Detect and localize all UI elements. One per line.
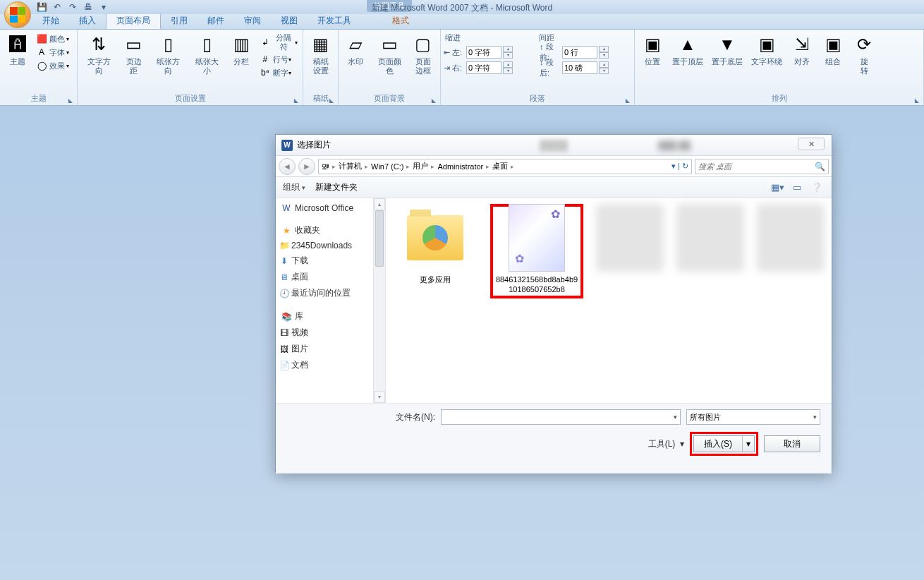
office-button[interactable] [4,1,31,28]
position[interactable]: ▣位置 [638,31,667,68]
filter-combo[interactable]: 所有图片▾ [686,409,820,425]
tab-home[interactable]: 开始 [32,13,69,29]
spinner-icon[interactable]: ▴▾ [599,46,609,59]
folder-icon [407,215,463,260]
new-folder-button[interactable]: 新建文件夹 [315,181,358,193]
preview-pane-icon[interactable]: ▭ [789,181,805,195]
space-after-input[interactable] [562,61,597,74]
tab-references[interactable]: 引用 [161,13,197,29]
orientation[interactable]: ▯纸张方向 [150,31,188,78]
group-page-setup: 页面设置 [80,92,300,105]
file-name: 88461321568bd8ab4b910186507652b8 [494,274,579,294]
send-back[interactable]: ▼置于底层 [708,31,746,68]
ribbon-tabs: 开始 插入 页面布局 引用 邮件 审阅 视图 开发工具 格式 [0,14,924,30]
tab-view[interactable]: 视图 [271,13,308,29]
view-options-icon[interactable]: ▦▾ [770,181,785,195]
crumb-desktop[interactable]: 桌面 [492,161,508,171]
sidebar-videos[interactable]: 🎞视频 [276,325,385,341]
sidebar-dl[interactable]: ⬇下载 [276,253,385,269]
redo-icon[interactable]: ↷ [66,1,79,13]
filename-combo[interactable]: ▾ [441,409,681,425]
theme-effects[interactable]: ◯效果▾ [34,59,71,72]
page-color[interactable]: ▭页面颜色 [371,31,408,78]
quick-access-toolbar: 💾 ↶ ↷ 🖶 ▾ [35,0,110,14]
tab-review[interactable]: 审阅 [234,13,271,29]
bring-front[interactable]: ▲置于顶层 [669,31,707,68]
columns[interactable]: ▥分栏 [227,31,256,68]
breaks[interactable]: ↲分隔符▾ [257,32,300,52]
sidebar-favorites[interactable]: ★收藏夹 [276,222,385,238]
page-border[interactable]: ▢页面 边框 [409,31,437,78]
spinner-icon[interactable]: ▴▾ [503,46,513,59]
help-icon[interactable]: ❔ [809,181,825,195]
tools-dropdown[interactable]: 工具(L) ▾ [648,438,684,450]
crumb-admin[interactable]: Administrator [437,162,483,171]
forward-button[interactable]: ► [298,158,315,175]
file-item-folder[interactable]: 更多应用 [393,204,478,284]
organize-dropdown[interactable]: 组织 [283,181,305,193]
group[interactable]: ▣组合 [818,31,848,68]
indent-left-input[interactable] [466,46,501,59]
insert-button[interactable]: 插入(S) ▾ [693,435,755,452]
crumb-users[interactable]: 用户 [413,161,428,171]
ribbon: 🅰主题 🟥颜色▾ A字体▾ ◯效果▾ 主题 ⇅文字方向 ▭页边距 ▯纸张方向 ▯… [0,30,924,106]
blurred-items [596,204,825,272]
save-icon[interactable]: 💾 [35,1,48,13]
hyphenation[interactable]: bᵃ断字▾ [257,66,300,79]
tab-developer[interactable]: 开发工具 [308,13,361,29]
print-preview-icon[interactable]: 🖶 [82,1,95,13]
tab-mail[interactable]: 邮件 [197,13,234,29]
blurred-text: ███ ██ [658,140,691,150]
themes-button[interactable]: 🅰主题 [3,31,32,68]
title-bar: 💾 ↶ ↷ 🖶 ▾ 绘图工具 新建 Microsoft Word 2007 文档… [0,0,924,14]
sidebar-libraries[interactable]: 📚库 [276,308,385,325]
search-box[interactable]: 🔍 [695,159,829,174]
manuscript[interactable]: ▦稿纸 设置 [306,31,335,78]
breadcrumb[interactable]: 🖳▸ 计算机▸ Win7 (C:)▸ 用户▸ Administrator▸ 桌面… [318,159,692,174]
group-paper: 稿纸 [306,92,335,105]
sidebar-downloads[interactable]: 📁2345Downloads [276,238,385,253]
sidebar-pictures[interactable]: 🖼图片 [276,341,385,357]
text-direction[interactable]: ⇅文字方向 [80,31,118,78]
sidebar-documents[interactable]: 📄文档 [276,357,385,373]
file-item-image-selected[interactable]: 88461321568bd8ab4b910186507652b8 [494,207,579,294]
computer-icon: 🖳 [322,162,329,171]
insert-picture-dialog: W 选择图片 ████ ███ ██ ✕ ◄ ► 🖳▸ 计算机▸ Win7 (C… [275,134,832,473]
indent-right-input[interactable] [466,61,501,74]
file-pane[interactable]: 更多应用 88461321568bd8ab4b910186507652b8 [386,198,832,403]
dialog-footer: 文件名(N): ▾ 所有图片▾ 工具(L) ▾ 插入(S) ▾ 取消 [276,403,832,473]
spinner-icon[interactable]: ▴▾ [503,61,513,74]
search-input[interactable] [698,162,815,171]
dialog-nav: ◄ ► 🖳▸ 计算机▸ Win7 (C:)▸ 用户▸ Administrator… [276,156,832,177]
tab-page-layout[interactable]: 页面布局 [106,12,161,29]
spinner-icon[interactable]: ▴▾ [599,61,609,74]
back-button[interactable]: ◄ [279,158,296,175]
file-name: 更多应用 [420,274,451,284]
space-before-input[interactable] [562,46,597,59]
margins[interactable]: ▭页边距 [119,31,149,78]
sidebar-scrollbar[interactable]: ▴▾ [373,198,385,403]
text-wrap[interactable]: ▣文字环绕 [748,31,786,68]
theme-fonts[interactable]: A字体▾ [34,46,71,59]
crumb-drive[interactable]: Win7 (C:) [371,162,403,171]
size[interactable]: ▯纸张大小 [188,31,226,78]
rotate[interactable]: ⟳旋 转 [849,31,879,78]
watermark[interactable]: ▱水印 [341,31,370,68]
line-numbers[interactable]: #行号▾ [257,53,300,66]
tab-format[interactable]: 格式 [382,13,419,29]
cancel-button[interactable]: 取消 [764,435,820,452]
dialog-body: WMicrosoft Office ★收藏夹 📁2345Downloads ⬇下… [276,198,832,403]
crumb-computer[interactable]: 计算机 [339,161,362,171]
close-button[interactable]: ✕ [798,138,825,150]
tab-insert[interactable]: 插入 [69,13,106,29]
sidebar-recent[interactable]: 🕘最近访问的位置 [276,285,385,301]
qat-dropdown-icon[interactable]: ▾ [97,1,110,13]
search-icon[interactable]: 🔍 [815,162,825,171]
group-theme: 主题 [3,92,74,105]
insert-dropdown[interactable]: ▾ [742,435,755,452]
sidebar-ms-office[interactable]: WMicrosoft Office [276,201,385,215]
sidebar-desktop[interactable]: 🖥桌面 [276,269,385,285]
undo-icon[interactable]: ↶ [51,1,63,13]
theme-colors[interactable]: 🟥颜色▾ [34,32,71,45]
align[interactable]: ⇲对齐 [787,31,817,68]
